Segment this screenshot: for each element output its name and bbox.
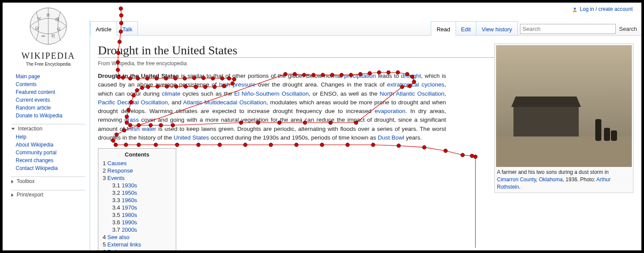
svg-text:ው: ው [41,33,46,38]
infobox-caption: A farmer and his two sons during a dust … [496,167,632,191]
search-box: Search [517,23,641,35]
toc: Contents 1 Causes2 Response3 Events3.1 1… [98,148,176,253]
toc-item[interactable]: 3.2 1950s [103,189,171,196]
tabs-left: ArticleTalk [90,20,138,35]
search-input[interactable] [520,24,616,34]
link-climate[interactable]: climate [162,90,181,97]
tabs-right: ReadEditView history Search [431,20,641,35]
toc-header: Contents [103,151,171,158]
link-pdo[interactable]: Pacific Decadal Oscillation [98,99,168,106]
svg-text:维: 维 [55,17,60,22]
svg-text:W: W [37,16,41,21]
nav-toolbox-header[interactable]: Toolbox [11,176,85,186]
toc-item[interactable]: 3.3 1960s [103,196,171,204]
nav-main-item-donate-to-wikipedia[interactable]: Donate to Wikipedia [11,112,85,120]
content-area: ArticleTalk ReadEditView history Search … [90,20,641,250]
logo-title: WIKIPEDIA [11,51,85,61]
toc-item[interactable]: 3.1 1930s [103,182,171,189]
link-united-states[interactable]: United States [174,134,209,141]
nav-interaction-header[interactable]: Interaction [11,124,85,133]
svg-point-11 [119,13,123,17]
svg-point-10 [119,7,123,10]
chevron-right-icon [11,193,13,197]
link-evaporation[interactable]: evaporation [375,108,406,114]
nav-toolbox: Toolbox [11,176,85,186]
search-button[interactable]: Search [617,25,639,33]
link-high-pressure[interactable]: high pressure [219,81,255,88]
svg-text:Ω: Ω [35,26,38,30]
infobox-image[interactable] [496,45,632,167]
chevron-down-icon [11,128,15,130]
nav-main-item-featured-content[interactable]: Featured content [11,88,85,96]
logo[interactable]: WИ维 ΩΩ ው위 WIKIPEDIA The Free Encyclopedi… [11,6,85,67]
toc-item[interactable]: 3.7 2000s [103,226,171,233]
tab-talk[interactable]: Talk [117,21,138,35]
svg-text:위: 위 [51,33,55,38]
tab-edit[interactable]: Edit [456,21,476,35]
svg-text:И: И [47,13,50,17]
nav-main-item-main-page[interactable]: Main page [11,73,85,80]
nav-main-item-contents[interactable]: Contents [11,80,85,88]
tabs-row: ArticleTalk ReadEditView history Search [90,20,641,36]
nav-print: Print/export [11,190,85,199]
nav-main-item-random-article[interactable]: Random article [11,104,85,112]
login-link[interactable]: Log in / create account [580,6,633,12]
link-fresh-water[interactable]: fresh water [127,126,156,132]
infobox: A farmer and his two sons during a dust … [494,43,634,193]
toc-item[interactable]: 1 Causes [103,160,171,167]
link-drought[interactable]: drought [401,73,421,79]
nav-main-item-current-events[interactable]: Current events [11,96,85,104]
link-enso[interactable]: El Niño-Southern Oscillation [234,90,309,97]
logo-subtitle: The Free Encyclopedia [11,62,85,67]
toc-item[interactable]: 3.5 1980s [103,211,171,219]
link-amo[interactable]: Atlantic Multidecadal Oscillation [183,99,267,106]
user-icon [572,7,577,12]
nav-print-header[interactable]: Print/export [11,190,85,199]
sidebar: WИ维 ΩΩ ው위 WIKIPEDIA The Free Encyclopedi… [11,6,85,199]
tab-read[interactable]: Read [431,21,456,36]
toc-item[interactable]: 2 Response [103,167,171,174]
tab-article[interactable]: Article [90,21,117,36]
toc-item[interactable]: 3 Events [103,174,171,182]
nav-interaction-item-about-wikipedia[interactable]: About Wikipedia [11,141,85,149]
chevron-right-icon [11,180,13,183]
toc-item[interactable]: 4 See also [103,233,171,241]
nav-interaction-item-contact-wikipedia[interactable]: Contact Wikipedia [11,164,85,172]
toc-item[interactable]: 5 External links [103,241,171,248]
article-body: A farmer and his two sons during a dust … [90,36,641,253]
link-extratropical[interactable]: extratropical cyclones [387,81,444,88]
nav-main: Main pageContentsFeatured contentCurrent… [11,73,85,120]
link-oklahoma[interactable]: Oklahoma [539,176,563,183]
svg-point-0 [574,7,576,10]
nav-interaction-item-community-portal[interactable]: Community portal [11,149,85,156]
link-cimarron[interactable]: Cimarron County [497,176,536,183]
link-grass[interactable]: grass [124,117,139,123]
svg-text:Ω: Ω [57,27,60,31]
toc-item[interactable]: 3.6 1990s [103,219,171,226]
toc-item[interactable]: 3.4 1970s [103,204,171,211]
link-nao[interactable]: North Atlantic Oscillation [380,90,445,97]
toc-item[interactable]: 6 References [103,248,171,253]
nav-interaction-item-recent-changes[interactable]: Recent changes [11,156,85,164]
lead-paragraph: Drought in the United States is similar … [98,72,446,142]
nav-interaction-item-help[interactable]: Help [11,133,85,141]
link-dust-bowl[interactable]: Dust Bowl [378,134,404,141]
user-links: Log in / create account [572,6,633,12]
logo-globe-icon: WИ维 ΩΩ ው위 [22,6,74,50]
tab-view-history[interactable]: View history [476,21,518,35]
nav-interaction: Interaction HelpAbout WikipediaCommunity… [11,124,85,172]
link-precipitation[interactable]: precipitation [344,73,376,79]
